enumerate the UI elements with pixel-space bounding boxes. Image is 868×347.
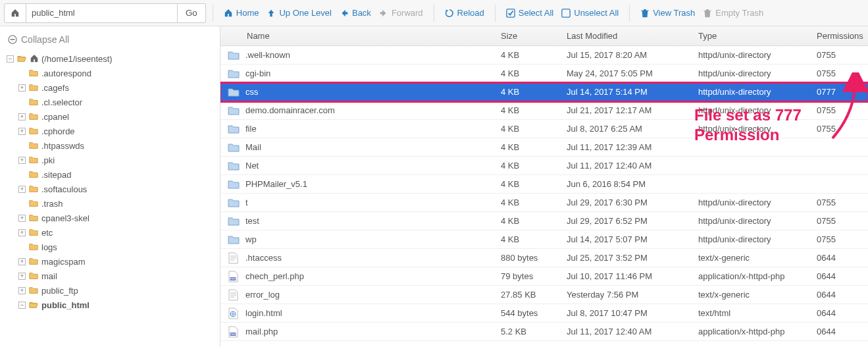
select-all-link[interactable]: Select All [502, 8, 557, 18]
tree-item[interactable]: +.pki [18, 153, 216, 167]
folder-icon [28, 257, 39, 266]
up-arrow-icon [267, 9, 276, 18]
expand-toggle[interactable]: + [18, 186, 26, 193]
tree-item[interactable]: +cpanel3-skel [18, 211, 216, 225]
file-size: 4 KB [497, 105, 563, 115]
table-row[interactable]: file4 KBJul 8, 2017 6:25 AMhttpd/unix-di… [220, 120, 868, 138]
table-row[interactable]: error_log27.85 KBYesterday 7:56 PMtext/x… [220, 286, 868, 304]
tree-item-label: public_ftp [41, 286, 78, 296]
expand-toggle[interactable]: + [18, 229, 26, 236]
tree-item[interactable]: +magicspam [18, 254, 216, 269]
table-row[interactable]: css4 KBJul 14, 2017 5:14 PMhttpd/unix-di… [220, 83, 868, 101]
up-one-level-link[interactable]: Up One Level [263, 8, 336, 18]
folder-icon [28, 112, 39, 121]
table-row[interactable]: demo.domainracer.com4 KBJul 21, 2017 12:… [220, 101, 868, 120]
table-row[interactable]: mail.php5.2 KBJul 11, 2017 12:40 AMappli… [220, 323, 868, 341]
expand-toggle[interactable]: + [18, 113, 26, 120]
table-row[interactable]: PHPMailer_v5.14 KBJun 6, 2016 8:54 PM [220, 175, 868, 194]
expand-toggle[interactable]: + [18, 84, 26, 92]
tree-root[interactable]: − (/home1/iseentest) [7, 51, 216, 66]
file-size: 4 KB [497, 198, 563, 207]
php-icon [227, 326, 240, 338]
column-type-header[interactable]: Type [694, 31, 813, 41]
file-size: 4 KB [497, 68, 563, 78]
empty-trash-link[interactable]: Empty Trash [699, 8, 767, 18]
table-row[interactable]: Mail4 KBJul 11, 2017 12:39 AM [220, 138, 868, 157]
file-permissions: 0644 [813, 308, 868, 318]
checkbox-unchecked-icon [561, 9, 571, 18]
tree-item[interactable]: +public_ftp [18, 283, 216, 298]
folder-icon [28, 141, 39, 150]
file-type: text/x-generic [694, 253, 813, 263]
tree-item-label: .trash [41, 199, 63, 209]
table-row[interactable]: cgi-bin4 KBMay 24, 2017 5:05 PMhttpd/uni… [220, 65, 868, 83]
left-arrow-icon [340, 9, 349, 18]
tree-item[interactable]: .sitepad [18, 167, 216, 182]
home-path-button[interactable] [4, 3, 26, 23]
file-size: 4 KB [497, 142, 563, 152]
file-name: test [245, 216, 259, 226]
separator [495, 5, 496, 22]
table-row[interactable]: t4 KBJul 29, 2017 6:30 PMhttpd/unix-dire… [220, 194, 868, 212]
file-size: 4 KB [497, 179, 563, 189]
tree-item[interactable]: +.cphorde [18, 124, 216, 138]
file-type: httpd/unix-directory [694, 124, 813, 134]
folder-icon [227, 215, 240, 227]
table-row[interactable]: test4 KBJul 29, 2017 6:52 PMhttpd/unix-d… [220, 212, 868, 230]
expand-toggle[interactable]: + [18, 273, 26, 280]
tree-item-label: .autorespond [41, 68, 91, 78]
expand-toggle[interactable]: + [18, 215, 26, 222]
expand-toggle[interactable]: + [18, 258, 26, 265]
column-name-header[interactable]: Name [220, 31, 497, 41]
tree-item-label: magicspam [41, 257, 85, 267]
tree-item[interactable]: .htpasswds [18, 138, 216, 153]
tree-item[interactable]: +mail [18, 269, 216, 283]
back-link[interactable]: Back [336, 8, 375, 18]
tree-item[interactable]: .cl.selector [18, 95, 216, 109]
column-size-header[interactable]: Size [497, 31, 563, 41]
tree-item[interactable]: +.softaculous [18, 182, 216, 196]
go-button[interactable]: Go [178, 3, 206, 23]
file-modified: Jul 11, 2017 12:40 AM [563, 161, 694, 171]
tree-item[interactable]: .autorespond [18, 66, 216, 80]
table-row[interactable]: login.html544 bytesJul 8, 2017 10:47 PMt… [220, 304, 868, 323]
file-permissions: 0755 [813, 234, 868, 244]
file-modified: Yesterday 7:56 PM [563, 290, 694, 300]
expand-toggle[interactable]: − [7, 55, 14, 63]
expand-toggle[interactable]: + [18, 157, 26, 164]
view-trash-link[interactable]: View Trash [636, 8, 699, 18]
file-rows: .well-known4 KBJul 15, 2017 8:20 AMhttpd… [220, 46, 868, 347]
tree-item[interactable]: +etc [18, 225, 216, 240]
home-link[interactable]: Home [220, 8, 263, 18]
expand-toggle[interactable]: + [18, 128, 26, 135]
table-row[interactable]: wp4 KBJul 14, 2017 5:07 PMhttpd/unix-dir… [220, 230, 868, 249]
tree-item[interactable]: .trash [18, 196, 216, 211]
tree-item[interactable]: +.cpanel [18, 109, 216, 124]
column-permissions-header[interactable]: Permissions [813, 31, 868, 41]
collapse-all-button[interactable]: Collapse All [7, 32, 216, 51]
sidebar-resize-handle[interactable] [216, 26, 220, 347]
file-permissions: 0644 [813, 271, 868, 281]
expand-toggle[interactable]: − [18, 302, 26, 309]
tree-item[interactable]: logs [18, 240, 216, 254]
expand-toggle[interactable]: + [18, 287, 26, 294]
reload-link[interactable]: Reload [441, 8, 488, 18]
table-row[interactable]: .htaccess880 bytesJul 25, 2017 3:52 PMte… [220, 249, 868, 267]
tree-item[interactable]: +.cagefs [18, 80, 216, 95]
forward-link[interactable]: Forward [375, 8, 427, 18]
collapse-icon [8, 35, 17, 44]
forward-label: Forward [392, 8, 423, 18]
table-row[interactable]: .well-known4 KBJul 15, 2017 8:20 AMhttpd… [220, 46, 868, 65]
file-size: 5.2 KB [497, 327, 563, 336]
folder-icon [227, 86, 240, 98]
unselect-all-link[interactable]: Unselect All [557, 8, 623, 18]
column-modified-header[interactable]: Last Modified [563, 31, 694, 41]
tree-item[interactable]: −public_html [18, 298, 216, 312]
table-row[interactable]: Net4 KBJul 11, 2017 12:40 AM [220, 157, 868, 175]
php-icon [227, 271, 240, 282]
tree-item-label: .cpanel [41, 112, 69, 122]
path-input[interactable] [26, 3, 178, 23]
table-row[interactable]: chech_perl.php79 bytesJul 10, 2017 11:46… [220, 267, 868, 286]
view-trash-label: View Trash [653, 8, 695, 18]
file-name: css [245, 87, 259, 97]
